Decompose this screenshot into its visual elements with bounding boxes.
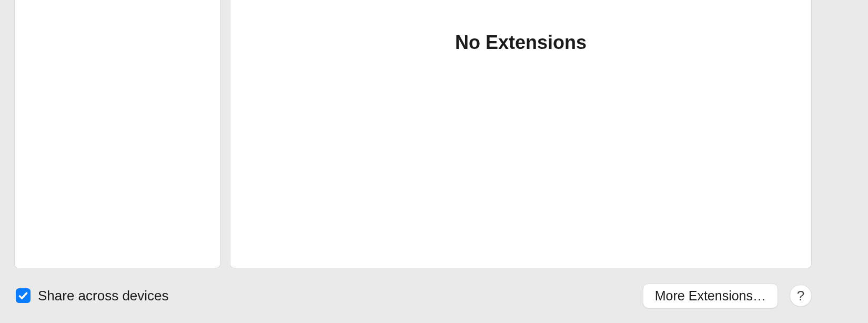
share-across-devices-checkbox[interactable] — [16, 288, 31, 303]
help-button[interactable]: ? — [790, 285, 812, 307]
footer-left: Share across devices — [16, 288, 169, 304]
checkmark-icon — [18, 290, 28, 301]
more-extensions-button[interactable]: More Extensions… — [643, 284, 778, 308]
footer-bar: Share across devices More Extensions… ? — [0, 268, 868, 323]
share-across-devices-label: Share across devices — [38, 288, 169, 304]
extensions-main-panel: No Extensions — [230, 0, 812, 268]
extensions-sidebar — [14, 0, 220, 268]
footer-right: More Extensions… ? — [643, 284, 812, 308]
empty-state-title: No Extensions — [455, 32, 587, 268]
content-area: No Extensions — [14, 0, 812, 268]
